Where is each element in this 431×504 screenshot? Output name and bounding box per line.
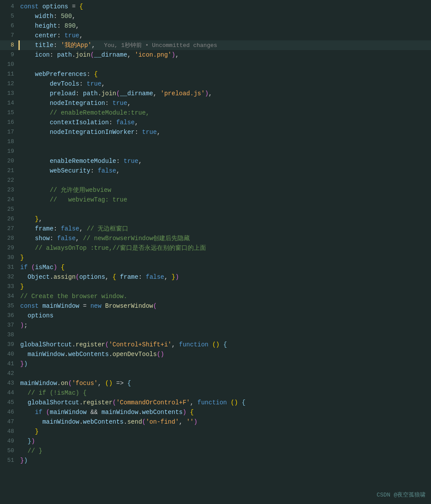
code-line: nodeIntegration: true,: [18, 98, 431, 108]
line-number: 35: [0, 301, 18, 311]
line-number: 4: [0, 2, 18, 11]
line-number: 19: [0, 147, 18, 156]
code-line: [18, 176, 431, 185]
code-line: width: 500,: [18, 11, 431, 21]
line-number: 17: [0, 127, 18, 137]
code-line: }): [18, 436, 431, 446]
code-row: 47 mainWindow.webContents.send('on-find'…: [0, 417, 431, 427]
code-row: 46 if (mainWindow && mainWindow.webConte…: [0, 407, 431, 417]
code-line: [18, 137, 431, 147]
code-line: },: [18, 214, 431, 224]
code-row: 42: [0, 369, 431, 378]
code-row: 13 preload: path.join(__dirname, 'preloa…: [0, 89, 431, 98]
line-number: 22: [0, 176, 18, 185]
code-row: 51}): [0, 456, 431, 465]
line-number: 8: [0, 40, 18, 50]
line-number: 42: [0, 369, 18, 378]
code-row: 28 show: false, // newBrowserWindow创建后先隐…: [0, 234, 431, 243]
code-row: 35const mainWindow = new BrowserWindow(: [0, 301, 431, 311]
code-row: 41}): [0, 359, 431, 369]
git-indicator: [18, 40, 20, 50]
line-number: 33: [0, 282, 18, 292]
code-row: 37);: [0, 320, 431, 330]
line-number: 18: [0, 137, 18, 147]
code-line: if (isMac) {: [18, 263, 431, 272]
line-number: 31: [0, 263, 18, 272]
code-row: 40 mainWindow.webContents.openDevTools(): [0, 349, 431, 359]
code-line: preload: path.join(__dirname, 'preload.j…: [18, 89, 431, 98]
code-row: 15 // enableRemoteModule:true,: [0, 108, 431, 118]
line-number: 21: [0, 166, 18, 176]
code-row: 31if (isMac) {: [0, 263, 431, 272]
code-line: globalShortcut.register('CommandOrContro…: [18, 398, 431, 407]
code-line: if (mainWindow && mainWindow.webContents…: [18, 407, 431, 417]
code-row: 5 width: 500,: [0, 11, 431, 21]
line-number: 20: [0, 156, 18, 166]
code-line: mainWindow.webContents.openDevTools(): [18, 349, 431, 359]
line-number: 45: [0, 398, 18, 407]
line-number: 30: [0, 253, 18, 263]
code-line: // 允许使用webview: [18, 185, 431, 195]
line-number: 7: [0, 31, 18, 40]
code-row: 49 }): [0, 436, 431, 446]
code-line: // if (!isMac) {: [18, 388, 431, 398]
code-row: 26 },: [0, 214, 431, 224]
line-number: 10: [0, 60, 18, 69]
line-number: 47: [0, 417, 18, 427]
code-line: center: true,: [18, 31, 431, 40]
code-line: nodeIntegrationInWorker: true,: [18, 127, 431, 137]
code-line: globalShortcut.register('Control+Shift+i…: [18, 340, 431, 349]
line-number: 24: [0, 195, 18, 205]
code-line: mainWindow.on('focus', () => {: [18, 378, 431, 388]
code-row: 23 // 允许使用webview: [0, 185, 431, 195]
code-row: 33}: [0, 282, 431, 292]
code-line: height: 890,: [18, 21, 431, 31]
line-number: 38: [0, 330, 18, 340]
line-number: 36: [0, 311, 18, 320]
code-line: // alwaysOnTop :true,//窗口是否永远在别的窗口的上面: [18, 243, 431, 253]
line-number: 40: [0, 349, 18, 359]
code-line: devTools: true,: [18, 79, 431, 89]
line-number: 39: [0, 340, 18, 349]
line-number: 48: [0, 427, 18, 436]
line-number: 13: [0, 89, 18, 98]
code-line: const mainWindow = new BrowserWindow(: [18, 301, 431, 311]
code-editor: 4const options = {5 width: 500,6 height:…: [0, 0, 431, 504]
code-row: 24 // webviewTag: true: [0, 195, 431, 205]
code-line: }: [18, 427, 431, 436]
line-number: 29: [0, 243, 18, 253]
code-row: 4const options = {: [0, 2, 431, 11]
code-line: frame: false, // 无边框窗口: [18, 224, 431, 234]
line-number: 51: [0, 456, 18, 465]
code-row: 27 frame: false, // 无边框窗口: [0, 224, 431, 234]
code-row: 18: [0, 137, 431, 147]
code-row: 29 // alwaysOnTop :true,//窗口是否永远在别的窗口的上面: [0, 243, 431, 253]
code-row: 7 center: true,: [0, 31, 431, 40]
code-row: 45 globalShortcut.register('CommandOrCon…: [0, 398, 431, 407]
line-number: 26: [0, 214, 18, 224]
code-row: 43mainWindow.on('focus', () => {: [0, 378, 431, 388]
line-number: 15: [0, 108, 18, 118]
code-line: [18, 369, 431, 378]
code-row: 50 // }: [0, 446, 431, 456]
line-number: 12: [0, 79, 18, 89]
code-row: 8 title: '我的App',You, 1秒钟前 • Uncommitted…: [0, 40, 431, 50]
code-row: 16 contextIsolation: false,: [0, 118, 431, 127]
code-row: 44 // if (!isMac) {: [0, 388, 431, 398]
code-lines: 4const options = {5 width: 500,6 height:…: [0, 2, 431, 504]
code-row: 11 webPreferences: {: [0, 69, 431, 79]
code-row: 39globalShortcut.register('Control+Shift…: [0, 340, 431, 349]
code-row: 12 devTools: true,: [0, 79, 431, 89]
code-line: // }: [18, 446, 431, 456]
code-line: icon: path.join(__dirname, 'icon.png'),: [18, 50, 431, 60]
line-number: 9: [0, 50, 18, 60]
line-number: 32: [0, 272, 18, 282]
code-row: 17 nodeIntegrationInWorker: true,: [0, 127, 431, 137]
code-row: 20 enableRemoteModule: true,: [0, 156, 431, 166]
code-line: options: [18, 311, 431, 320]
code-line: show: false, // newBrowserWindow创建后先隐藏: [18, 234, 431, 243]
code-row: 9 icon: path.join(__dirname, 'icon.png')…: [0, 50, 431, 60]
code-line: [18, 147, 431, 156]
code-row: 10: [0, 60, 431, 69]
code-line: webSecurity: false,: [18, 166, 431, 176]
